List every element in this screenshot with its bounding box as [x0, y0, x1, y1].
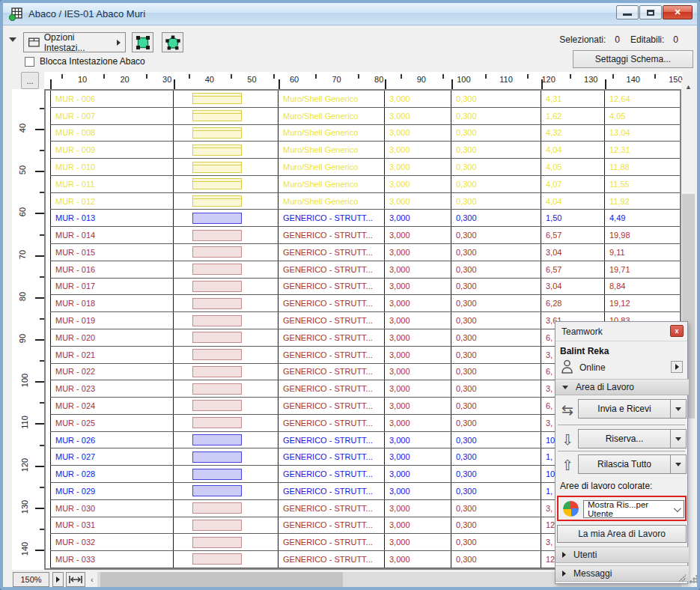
table-row[interactable]: MUR - 011Muro/Shell Generico3,0000,3004,…: [50, 176, 681, 193]
height-cell[interactable]: 3,000: [385, 244, 451, 261]
wall-id-cell[interactable]: MUR - 018: [50, 295, 174, 311]
thickness-cell[interactable]: 0,300: [451, 176, 541, 192]
my-workspace-button[interactable]: La mia Area di Lavoro: [557, 525, 687, 543]
wall-swatch-cell[interactable]: [174, 415, 279, 431]
table-row[interactable]: MUR - 009Muro/Shell Generico3,0000,3004,…: [50, 142, 681, 159]
wall-swatch-cell[interactable]: [174, 448, 279, 465]
area-cell[interactable]: 11,88: [605, 159, 681, 175]
title-bar[interactable]: Abaco / IES-01 Abaco Muri ✕: [3, 3, 697, 25]
thickness-cell[interactable]: 0,300: [451, 125, 541, 142]
wall-type-cell[interactable]: GENERICO - STRUTT...: [279, 380, 385, 397]
thickness-cell[interactable]: 0,300: [451, 551, 541, 568]
wall-swatch-cell[interactable]: [174, 279, 279, 295]
wall-id-cell[interactable]: MUR - 006: [50, 91, 174, 107]
wall-type-cell[interactable]: Muro/Shell Generico: [279, 125, 385, 142]
thickness-cell[interactable]: 0,300: [451, 329, 541, 346]
height-cell[interactable]: 3,000: [385, 176, 451, 192]
wall-type-cell[interactable]: GENERICO - STRUTT...: [279, 398, 385, 414]
thickness-cell[interactable]: 0,300: [451, 380, 541, 397]
palette-close-button[interactable]: x: [670, 325, 684, 337]
height-cell[interactable]: 3,000: [385, 108, 451, 124]
wall-swatch-cell[interactable]: [174, 108, 279, 124]
wall-id-cell[interactable]: MUR - 024: [50, 398, 174, 414]
wall-id-cell[interactable]: MUR - 022: [50, 364, 174, 380]
table-row[interactable]: MUR - 006Muro/Shell Generico3,0000,3004,…: [50, 91, 681, 108]
table-row[interactable]: MUR - 007Muro/Shell Generico3,0000,3001,…: [50, 108, 681, 125]
scroll-up-icon[interactable]: ▲: [681, 80, 696, 94]
wall-type-cell[interactable]: GENERICO - STRUTT...: [279, 500, 385, 517]
wall-swatch-cell[interactable]: [174, 176, 279, 192]
thickness-cell[interactable]: 0,300: [451, 500, 541, 517]
wall-id-cell[interactable]: MUR - 009: [50, 142, 174, 158]
ruler-options-button[interactable]: ...: [21, 72, 39, 89]
wall-type-cell[interactable]: Muro/Shell Generico: [279, 108, 385, 124]
height-cell[interactable]: 3,000: [385, 227, 451, 243]
wall-type-cell[interactable]: GENERICO - STRUTT...: [279, 551, 385, 568]
wall-type-cell[interactable]: GENERICO - STRUTT...: [279, 261, 385, 278]
thickness-cell[interactable]: 0,300: [451, 364, 541, 380]
thickness-cell[interactable]: 0,300: [451, 91, 541, 107]
thickness-cell[interactable]: 0,300: [451, 108, 541, 124]
wall-id-cell[interactable]: MUR - 019: [50, 312, 174, 329]
table-row[interactable]: MUR - 016GENERICO - STRUTT...3,0000,3006…: [50, 261, 681, 279]
wall-swatch-cell[interactable]: [174, 210, 279, 226]
length-cell[interactable]: 1,50: [541, 210, 605, 226]
height-cell[interactable]: 3,000: [385, 312, 451, 329]
minimize-button[interactable]: [616, 5, 639, 19]
wall-id-cell[interactable]: MUR - 007: [50, 108, 174, 124]
table-row[interactable]: MUR - 013GENERICO - STRUTT...3,0000,3001…: [50, 210, 681, 227]
wall-swatch-cell[interactable]: [174, 227, 279, 243]
wall-id-cell[interactable]: MUR - 026: [50, 432, 174, 448]
thickness-cell[interactable]: 0,300: [451, 398, 541, 414]
horizontal-scroll-thumb[interactable]: [100, 572, 343, 587]
reserve-button[interactable]: Riserva...: [578, 429, 671, 448]
length-cell[interactable]: 4,04: [541, 142, 605, 158]
height-cell[interactable]: 3,000: [385, 193, 451, 210]
area-cell[interactable]: 19,98: [605, 227, 681, 243]
wall-type-cell[interactable]: GENERICO - STRUTT...: [279, 364, 385, 380]
area-cell[interactable]: 8,84: [605, 279, 681, 295]
height-cell[interactable]: 3,000: [385, 448, 451, 465]
wall-swatch-cell[interactable]: [174, 551, 279, 568]
maximize-button[interactable]: [639, 5, 662, 19]
zoom-flyout-button[interactable]: [52, 572, 64, 587]
wall-id-cell[interactable]: MUR - 030: [50, 500, 174, 517]
wall-type-cell[interactable]: GENERICO - STRUTT...: [279, 279, 385, 295]
send-receive-button[interactable]: Invia e Ricevi: [578, 399, 671, 419]
wall-swatch-cell[interactable]: [174, 500, 279, 517]
area-cell[interactable]: 12,64: [605, 91, 681, 107]
release-all-dropdown[interactable]: [670, 454, 687, 474]
area-cell[interactable]: 4,49: [605, 210, 681, 226]
table-row[interactable]: MUR - 015GENERICO - STRUTT...3,0000,3003…: [50, 244, 681, 261]
status-flyout-button[interactable]: [671, 361, 683, 373]
wall-id-cell[interactable]: MUR - 027: [50, 448, 174, 465]
wall-id-cell[interactable]: MUR - 016: [50, 261, 174, 278]
thickness-cell[interactable]: 0,300: [451, 517, 541, 534]
marquee-workspace-button[interactable]: [132, 32, 153, 52]
area-cell[interactable]: 11,92: [605, 193, 681, 210]
wall-id-cell[interactable]: MUR - 029: [50, 483, 174, 499]
thickness-cell[interactable]: 0,300: [451, 534, 541, 550]
height-cell[interactable]: 3,000: [385, 125, 451, 142]
wall-type-cell[interactable]: Muro/Shell Generico: [279, 193, 385, 210]
wall-id-cell[interactable]: MUR - 028: [50, 466, 174, 482]
wall-id-cell[interactable]: MUR - 032: [50, 534, 174, 550]
height-cell[interactable]: 3,000: [385, 210, 451, 226]
wall-swatch-cell[interactable]: [174, 517, 279, 534]
thickness-cell[interactable]: 0,300: [451, 295, 541, 311]
wall-type-cell[interactable]: GENERICO - STRUTT...: [279, 448, 385, 465]
wall-type-cell[interactable]: GENERICO - STRUTT...: [279, 483, 385, 499]
wall-type-cell[interactable]: GENERICO - STRUTT...: [279, 347, 385, 363]
area-cell[interactable]: 4,05: [605, 108, 681, 124]
wall-type-cell[interactable]: GENERICO - STRUTT...: [279, 210, 385, 226]
thickness-cell[interactable]: 0,300: [451, 261, 541, 278]
palette-resize-grip[interactable]: [678, 574, 686, 582]
thickness-cell[interactable]: 0,300: [451, 227, 541, 243]
length-cell[interactable]: 4,04: [541, 193, 605, 210]
toolbar-flyout-caret-icon[interactable]: [9, 37, 16, 42]
send-receive-dropdown[interactable]: [670, 399, 687, 419]
thickness-cell[interactable]: 0,300: [451, 483, 541, 499]
thickness-cell[interactable]: 0,300: [451, 347, 541, 363]
thickness-cell[interactable]: 0,300: [451, 210, 541, 226]
thickness-cell[interactable]: 0,300: [451, 415, 541, 431]
